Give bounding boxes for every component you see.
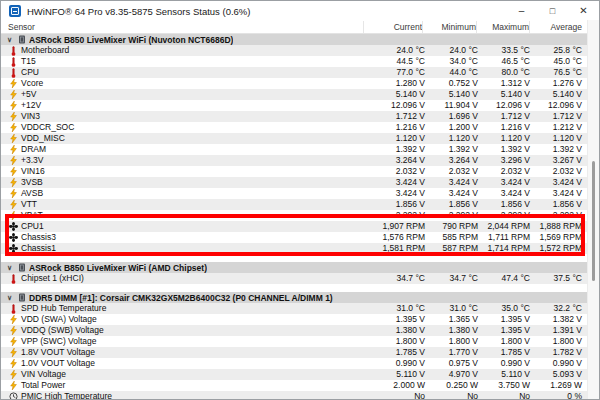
sensor-row[interactable]: Total Power 2.000 W 0.250 W 3.750 W 1.26…	[1, 380, 599, 391]
minimize-button[interactable]: –	[506, 1, 537, 21]
sensor-group: ∨ ASRock B850 LiveMixer WiFi (Nuvoton NC…	[1, 34, 599, 254]
sensor-maximum-value: 0.990 V	[478, 358, 530, 369]
sensor-current-value: 1.395 V	[367, 314, 425, 325]
sensor-minimum-value: 1.696 V	[425, 111, 478, 122]
sensor-group-label: ASRock B850 LiveMixer WiFi (AMD Chipset)	[29, 263, 207, 273]
sensor-maximum-value: 1,714 RPM	[478, 243, 530, 254]
sensor-row[interactable]: VIN3 1.712 V 1.696 V 1.712 V 1.712 V	[1, 111, 599, 122]
voltage-icon	[8, 326, 19, 335]
sensor-minimum-value: 34.0 °C	[425, 56, 478, 67]
sensor-row[interactable]: Chassis3 1,576 RPM 585 RPM 1,711 RPM 1,5…	[1, 232, 599, 243]
sensor-minimum-value: No	[425, 391, 478, 400]
sensor-maximum-value: 3.424 V	[478, 188, 530, 199]
sensor-row[interactable]: VPP (SWC) Voltage 1.800 V 1.800 V 1.800 …	[1, 336, 599, 347]
scrollbar-thumb[interactable]	[592, 161, 595, 281]
sensor-row[interactable]: Vcore 1.280 V 0.752 V 1.312 V 1.276 V	[1, 78, 599, 89]
sensor-label: VIN3	[21, 111, 40, 122]
vertical-scrollbar[interactable]	[587, 20, 599, 399]
chevron-down-icon[interactable]: ∨	[1, 294, 16, 302]
close-button[interactable]: ✕	[568, 1, 599, 21]
sensor-minimum-value: 5.140 V	[425, 89, 478, 100]
sensor-group-label: ASRock B850 LiveMixer WiFi (Nuvoton NCT6…	[29, 35, 233, 45]
sensor-average-value: 1.392 V	[530, 144, 582, 155]
chevron-down-icon[interactable]: ∨	[1, 264, 16, 272]
sensor-maximum-value: 1.395 V	[478, 314, 530, 325]
sensor-maximum-value: 1.800 V	[478, 336, 530, 347]
sensor-row[interactable]: DRAM 1.392 V 1.392 V 1.392 V 1.392 V	[1, 144, 599, 155]
sensor-row[interactable]: +12V 12.096 V 11.904 V 12.096 V 12.096 V	[1, 100, 599, 111]
sensor-maximum-value: 2,044 RPM	[478, 221, 530, 232]
sensor-maximum-value: 46.5 °C	[478, 56, 530, 67]
sensor-row[interactable]: PMIC High Temperature No No No 0 %	[1, 391, 599, 400]
maximize-button[interactable]: □	[537, 1, 568, 21]
sensor-row[interactable]: VDDCR_SOC 1.216 V 1.200 V 1.216 V 1.212 …	[1, 122, 599, 133]
sensor-current-value: 5.110 V	[367, 369, 425, 380]
voltage-icon	[8, 381, 19, 390]
sensor-average-value: 1.391 V	[530, 325, 582, 336]
sensor-row[interactable]: VBAT 2.292 V 2.292 V 2.292 V 2.292 V	[1, 210, 599, 221]
window-controls: – □ ✕	[506, 1, 599, 21]
voltage-icon	[8, 337, 19, 346]
sensor-row[interactable]: SPD Hub Temperature 31.0 °C 31.0 °C 35.0…	[1, 303, 599, 314]
sensor-row[interactable]: Chipset 1 (xHCI) 34.7 °C 34.7 °C 47.4 °C…	[1, 273, 599, 284]
sensor-maximum-value: 3.424 V	[478, 177, 530, 188]
sensor-label: Total Power	[21, 380, 65, 391]
sensor-row[interactable]: +3.3V 3.264 V 3.264 V 3.296 V 3.267 V	[1, 155, 599, 166]
column-header-minimum[interactable]: Minimum	[422, 21, 476, 33]
sensor-label: PMIC High Temperature	[21, 391, 112, 400]
sensor-row[interactable]: T15 44.5 °C 34.0 °C 46.5 °C 45.0 °C	[1, 56, 599, 67]
sensor-row[interactable]: AVSB 3.424 V 3.424 V 3.424 V 3.424 V	[1, 188, 599, 199]
sensor-minimum-value: 0.752 V	[425, 78, 478, 89]
voltage-icon	[8, 134, 19, 143]
sensor-row[interactable]: VDD_MISC 1.120 V 1.120 V 1.120 V 1.120 V	[1, 133, 599, 144]
column-header-row: Sensor Current Minimum Maximum Average	[1, 21, 599, 34]
sensor-row[interactable]: VTT 1.856 V 1.856 V 1.856 V 1.856 V	[1, 199, 599, 210]
sensor-row[interactable]: VDD (SWA) Voltage 1.395 V 1.365 V 1.395 …	[1, 314, 599, 325]
chevron-down-icon[interactable]: ∨	[1, 36, 16, 44]
sensor-row[interactable]: 1.8V VOUT Voltage 1.785 V 1.770 V 1.785 …	[1, 347, 599, 358]
voltage-icon	[8, 112, 19, 121]
column-header-maximum[interactable]: Maximum	[476, 21, 529, 33]
sensor-average-value: 1.782 V	[530, 347, 582, 358]
sensor-group-header[interactable]: ∨ ASRock B850 LiveMixer WiFi (AMD Chipse…	[1, 262, 599, 273]
sensor-label: VDDCR_SOC	[21, 122, 74, 133]
sensor-row[interactable]: VIN16 2.032 V 2.032 V 2.032 V 2.032 V	[1, 166, 599, 177]
sensor-maximum-value: 1.785 V	[478, 347, 530, 358]
sensor-row[interactable]: VDDQ (SWB) Voltage 1.380 V 1.380 V 1.395…	[1, 325, 599, 336]
sensor-group-rows: Chipset 1 (xHCI) 34.7 °C 34.7 °C 47.4 °C…	[1, 273, 599, 284]
sensor-row[interactable]: Chassis1 1,581 RPM 587 RPM 1,714 RPM 1,5…	[1, 243, 599, 254]
sensor-average-value: 5.093 V	[530, 369, 582, 380]
sensor-maximum-value: 33.5 °C	[478, 45, 530, 56]
sensor-group-header[interactable]: ∨ ASRock B850 LiveMixer WiFi (Nuvoton NC…	[1, 34, 599, 45]
sensor-row[interactable]: CPU1 1,907 RPM 790 RPM 2,044 RPM 1,888 R…	[1, 221, 599, 232]
temperature-icon	[8, 304, 19, 314]
clock-icon	[8, 392, 19, 400]
sensor-table-body: ∨ ASRock B850 LiveMixer WiFi (Nuvoton NC…	[1, 34, 599, 400]
sensor-minimum-value: 3.424 V	[425, 188, 478, 199]
sensor-maximum-value: 2.292 V	[478, 210, 530, 221]
sensor-row[interactable]: 1.0V VOUT Voltage 0.990 V 0.975 V 0.990 …	[1, 358, 599, 369]
sensor-row[interactable]: 3VSB 3.424 V 3.424 V 3.424 V 3.424 V	[1, 177, 599, 188]
sensor-row[interactable]: VIN Voltage 5.110 V 4.970 V 5.110 V 5.09…	[1, 369, 599, 380]
sensor-label: +3.3V	[21, 155, 43, 166]
sensor-current-value: 1.800 V	[367, 336, 425, 347]
column-header-current[interactable]: Current	[363, 21, 422, 33]
sensor-group-header[interactable]: ∨ DDR5 DIMM [#1]: Corsair CMK32GX5M2B640…	[1, 292, 599, 303]
sensor-row[interactable]: CPU 77.0 °C 44.0 °C 80.0 °C 76.5 °C	[1, 67, 599, 78]
voltage-icon	[8, 123, 19, 132]
sensor-row[interactable]: Motherboard 24.0 °C 24.0 °C 33.5 °C 25.8…	[1, 45, 599, 56]
voltage-icon	[8, 90, 19, 99]
sensor-label: 1.8V VOUT Voltage	[21, 347, 95, 358]
sensor-minimum-value: 0.975 V	[425, 358, 478, 369]
column-header-sensor[interactable]: Sensor	[1, 22, 363, 32]
sensor-row[interactable]: +5V 5.140 V 5.140 V 5.140 V 5.140 V	[1, 89, 599, 100]
sensor-label: VDD (SWA) Voltage	[21, 314, 97, 325]
sensor-maximum-value: 1.712 V	[478, 111, 530, 122]
sensor-average-value: 12.096 V	[530, 100, 582, 111]
column-header-average[interactable]: Average	[529, 21, 582, 33]
sensor-label: VBAT	[21, 210, 43, 221]
sensor-label: CPU1	[21, 221, 44, 232]
sensor-minimum-value: 0.250 W	[425, 380, 478, 391]
sensor-label: CPU	[21, 67, 39, 78]
sensor-minimum-value: 1.380 V	[425, 325, 478, 336]
